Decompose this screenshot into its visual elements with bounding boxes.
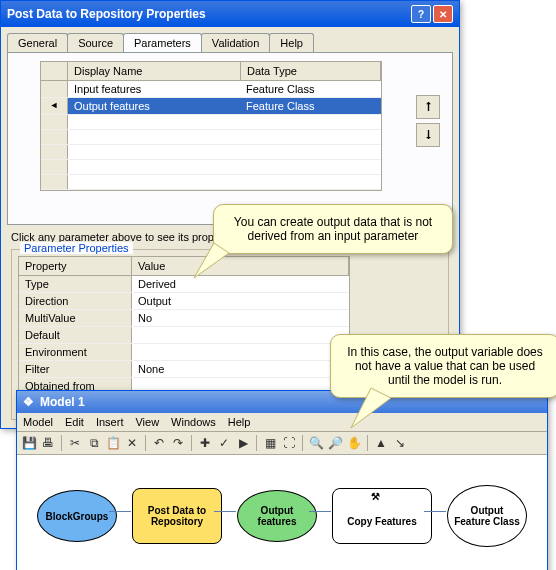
undo-icon[interactable]: ↶ <box>151 435 167 451</box>
menu-help[interactable]: Help <box>228 416 251 428</box>
prop-header-val: Value <box>132 257 349 275</box>
node-output-features[interactable]: Output features <box>237 490 317 542</box>
help-icon[interactable]: ? <box>411 5 431 23</box>
full-extent-icon[interactable]: ⛶ <box>281 435 297 451</box>
move-down-button[interactable]: 🠗 <box>416 123 440 147</box>
menu-insert[interactable]: Insert <box>96 416 124 428</box>
table-row[interactable]: DirectionOutput <box>19 293 349 310</box>
zoom-in-icon[interactable]: 🔍 <box>308 435 324 451</box>
tab-parameters[interactable]: Parameters <box>123 33 202 52</box>
tab-general[interactable]: General <box>7 33 68 52</box>
parameters-grid[interactable]: Display Name Data Type Input features Fe… <box>40 61 382 191</box>
delete-icon[interactable]: ✕ <box>124 435 140 451</box>
grid-header-type[interactable]: Data Type <box>241 62 381 80</box>
table-row[interactable]: MultiValueNo <box>19 310 349 327</box>
model-canvas[interactable]: BlockGroups Post Data to Repository Outp… <box>17 455 547 570</box>
menu-windows[interactable]: Windows <box>171 416 216 428</box>
save-icon[interactable]: 💾 <box>21 435 37 451</box>
copy-icon[interactable]: ⧉ <box>86 435 102 451</box>
menu-edit[interactable]: Edit <box>65 416 84 428</box>
parameters-panel: Display Name Data Type Input features Fe… <box>7 52 453 225</box>
fieldset-legend: Parameter Properties <box>20 242 133 254</box>
node-post-data[interactable]: Post Data to Repository <box>132 488 222 544</box>
run-icon[interactable]: ▶ <box>235 435 251 451</box>
pan-icon[interactable]: ✋ <box>346 435 362 451</box>
dialog-title: Post Data to Repository Properties <box>7 7 409 21</box>
model-menubar: Model Edit Insert View Windows Help <box>17 413 547 432</box>
close-icon[interactable]: ✕ <box>433 5 453 23</box>
table-row[interactable]: Environment <box>19 344 349 361</box>
table-row[interactable]: Default <box>19 327 349 344</box>
table-row[interactable]: FilterNone <box>19 361 349 378</box>
dialog-titlebar[interactable]: Post Data to Repository Properties ? ✕ <box>1 1 459 27</box>
move-up-button[interactable]: 🠕 <box>416 95 440 119</box>
hammer-icon: ⚒ <box>371 491 380 502</box>
paste-icon[interactable]: 📋 <box>105 435 121 451</box>
svg-marker-0 <box>194 243 229 278</box>
table-row[interactable]: ◄ Output features Feature Class <box>41 98 381 115</box>
connect-icon[interactable]: ↘ <box>392 435 408 451</box>
menu-view[interactable]: View <box>135 416 159 428</box>
table-row[interactable]: Input features Feature Class <box>41 81 381 98</box>
node-output-feature-class[interactable]: Output Feature Class <box>447 485 527 547</box>
validate-icon[interactable]: ✓ <box>216 435 232 451</box>
model-icon: ❖ <box>23 395 34 409</box>
node-blockgroups[interactable]: BlockGroups <box>37 490 117 542</box>
cut-icon[interactable]: ✂ <box>67 435 83 451</box>
tab-source[interactable]: Source <box>67 33 124 52</box>
print-icon[interactable]: 🖶 <box>40 435 56 451</box>
select-icon[interactable]: ▲ <box>373 435 389 451</box>
svg-marker-1 <box>351 388 391 428</box>
prop-header-key: Property <box>19 257 132 275</box>
tab-help[interactable]: Help <box>269 33 314 52</box>
model-window: ❖ Model 1 Model Edit Insert View Windows… <box>16 390 548 570</box>
tab-strip: General Source Parameters Validation Hel… <box>1 27 459 52</box>
node-copy-features[interactable]: ⚒Copy Features <box>332 488 432 544</box>
zoom-out-icon[interactable]: 🔎 <box>327 435 343 451</box>
callout-1: You can create output data that is not d… <box>213 204 453 254</box>
callout-2: In this case, the output variable does n… <box>330 334 556 398</box>
grid-header-name[interactable]: Display Name <box>68 62 241 80</box>
auto-layout-icon[interactable]: ▦ <box>262 435 278 451</box>
add-data-icon[interactable]: ✚ <box>197 435 213 451</box>
redo-icon[interactable]: ↷ <box>170 435 186 451</box>
model-toolbar: 💾 🖶 ✂ ⧉ 📋 ✕ ↶ ↷ ✚ ✓ ▶ ▦ ⛶ 🔍 🔎 ✋ ▲ ↘ <box>17 432 547 455</box>
menu-model[interactable]: Model <box>23 416 53 428</box>
tab-validation[interactable]: Validation <box>201 33 271 52</box>
